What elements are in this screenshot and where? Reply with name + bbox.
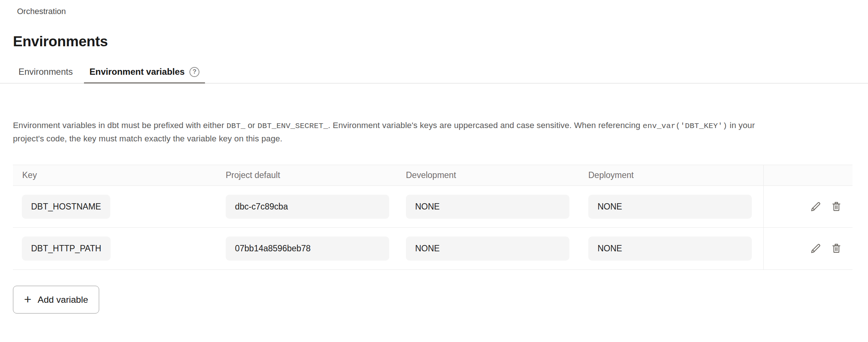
table-row: DBT_HTTP_PATH 07bb14a8596beb78 NONE NONE [13,228,852,269]
edit-variable-button[interactable] [809,200,822,213]
project-default-value-pill: 07bb14a8596beb78 [226,237,389,261]
column-header-actions [763,165,852,185]
row-actions [763,228,852,269]
delete-variable-button[interactable] [830,242,843,255]
environment-variables-table: Key Project default Development Deployme… [13,165,852,270]
description-part2: or [245,121,258,130]
tab-bar: Environments Environment variables ? [0,66,868,84]
column-header-deployment: Deployment [588,170,763,180]
pencil-icon [810,201,822,213]
tab-environment-variables[interactable]: Environment variables ? [84,66,205,84]
page-title: Environments [0,32,868,51]
project-default-value-pill: dbc-c7c89cba [226,195,389,219]
variable-key-pill: DBT_HOSTNAME [22,195,110,219]
column-header-project-default: Project default [226,170,406,180]
edit-variable-button[interactable] [809,242,822,255]
code-dbt-env-secret-prefix: DBT_ENV_SECRET_ [258,122,328,130]
pencil-icon [810,242,822,255]
description-text: Environment variables in dbt must be pre… [13,119,786,145]
add-variable-label: Add variable [38,295,88,305]
add-variable-button[interactable]: + Add variable [13,286,99,314]
description-part3: . Environment variable's keys are upperc… [328,121,643,130]
breadcrumb[interactable]: Orchestration [0,0,79,17]
development-value-pill: NONE [406,195,569,219]
description-part1: Environment variables in dbt must be pre… [13,121,226,130]
trash-icon [830,242,842,255]
delete-variable-button[interactable] [830,200,843,213]
deployment-value-pill: NONE [588,195,752,219]
code-env-var: env_var('DBT_KEY') [643,122,727,130]
code-dbt-prefix: DBT_ [226,122,245,130]
deployment-value-pill: NONE [588,237,752,261]
table-row: DBT_HOSTNAME dbc-c7c89cba NONE NONE [13,186,852,228]
trash-icon [830,201,842,213]
row-actions [763,186,852,227]
variable-key-pill: DBT_HTTP_PATH [22,237,111,261]
question-mark-icon[interactable]: ? [189,67,199,77]
development-value-pill: NONE [406,237,569,261]
tab-environments[interactable]: Environments [13,66,78,83]
column-header-key: Key [13,170,226,180]
plus-icon: + [24,293,31,305]
table-header-row: Key Project default Development Deployme… [13,165,852,186]
column-header-development: Development [406,170,588,180]
tab-environment-variables-label: Environment variables [90,66,185,78]
